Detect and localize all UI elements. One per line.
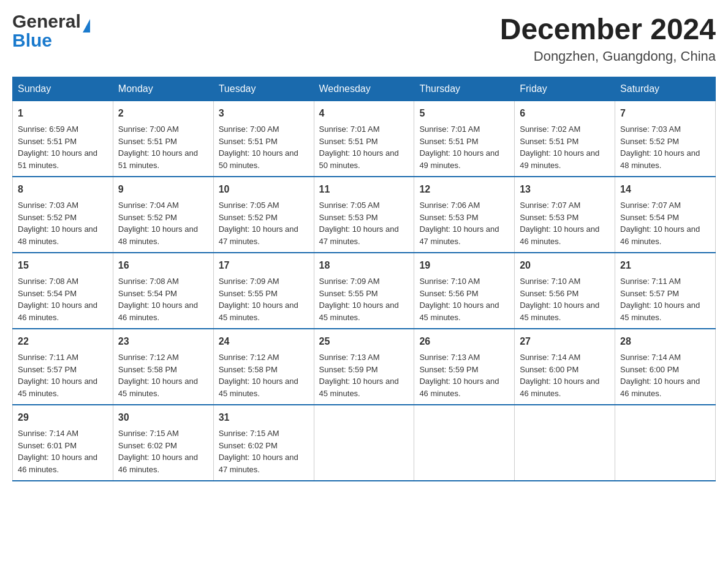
day-number: 7	[620, 106, 710, 121]
sunset-text: Sunset: 5:55 PM	[219, 288, 309, 300]
daylight-text: Daylight: 10 hours and 45 minutes.	[620, 299, 710, 323]
day-number: 12	[419, 182, 509, 197]
daylight-text: Daylight: 10 hours and 50 minutes.	[219, 147, 309, 171]
day-number: 16	[118, 258, 208, 273]
calendar-cell: 29Sunrise: 7:14 AMSunset: 6:01 PMDayligh…	[13, 405, 113, 481]
daylight-text: Daylight: 10 hours and 46 minutes.	[520, 223, 610, 247]
calendar-cell: 30Sunrise: 7:15 AMSunset: 6:02 PMDayligh…	[113, 405, 213, 481]
calendar-cell: 15Sunrise: 7:08 AMSunset: 5:54 PMDayligh…	[13, 253, 113, 329]
sunrise-text: Sunrise: 7:08 AM	[18, 275, 108, 288]
day-number: 1	[18, 106, 108, 121]
daylight-text: Daylight: 10 hours and 45 minutes.	[18, 375, 108, 399]
sunrise-text: Sunrise: 7:09 AM	[219, 275, 309, 288]
calendar-week-row: 1Sunrise: 6:59 AMSunset: 5:51 PMDaylight…	[13, 101, 716, 177]
calendar-cell: 3Sunrise: 7:00 AMSunset: 5:51 PMDaylight…	[213, 101, 314, 177]
calendar-cell	[515, 405, 615, 481]
calendar-header-wednesday: Wednesday	[314, 77, 414, 101]
sunrise-text: Sunrise: 7:13 AM	[319, 351, 409, 364]
sunrise-text: Sunrise: 7:14 AM	[520, 351, 610, 364]
sunset-text: Sunset: 5:54 PM	[118, 288, 208, 300]
sunrise-text: Sunrise: 7:06 AM	[419, 199, 509, 212]
calendar-cell: 31Sunrise: 7:15 AMSunset: 6:02 PMDayligh…	[213, 405, 314, 481]
calendar-header-saturday: Saturday	[615, 77, 716, 101]
sunset-text: Sunset: 5:51 PM	[520, 136, 610, 148]
day-number: 29	[18, 410, 108, 425]
calendar-cell: 9Sunrise: 7:04 AMSunset: 5:52 PMDaylight…	[113, 177, 213, 253]
calendar-header-monday: Monday	[113, 77, 213, 101]
day-number: 15	[18, 258, 108, 273]
day-number: 6	[520, 106, 610, 121]
daylight-text: Daylight: 10 hours and 45 minutes.	[419, 299, 509, 323]
sunrise-text: Sunrise: 7:13 AM	[419, 351, 509, 364]
daylight-text: Daylight: 10 hours and 48 minutes.	[118, 223, 208, 247]
sunset-text: Sunset: 5:59 PM	[319, 364, 409, 376]
daylight-text: Daylight: 10 hours and 47 minutes.	[319, 223, 409, 247]
logo-triangle-icon	[83, 19, 90, 33]
calendar-cell: 21Sunrise: 7:11 AMSunset: 5:57 PMDayligh…	[615, 253, 716, 329]
sunrise-text: Sunrise: 7:11 AM	[620, 275, 710, 288]
daylight-text: Daylight: 10 hours and 47 minutes.	[419, 223, 509, 247]
calendar-cell: 16Sunrise: 7:08 AMSunset: 5:54 PMDayligh…	[113, 253, 213, 329]
daylight-text: Daylight: 10 hours and 51 minutes.	[18, 147, 108, 171]
day-number: 21	[620, 258, 710, 273]
sunset-text: Sunset: 6:02 PM	[219, 440, 309, 452]
calendar-cell: 14Sunrise: 7:07 AMSunset: 5:54 PMDayligh…	[615, 177, 716, 253]
sunrise-text: Sunrise: 7:01 AM	[419, 123, 509, 136]
day-number: 10	[219, 182, 309, 197]
logo-blue-text: Blue	[12, 31, 90, 50]
calendar-header-friday: Friday	[515, 77, 615, 101]
sunset-text: Sunset: 5:52 PM	[118, 212, 208, 224]
day-number: 24	[219, 334, 309, 349]
logo-general-text: General	[12, 12, 90, 31]
sunset-text: Sunset: 5:51 PM	[219, 136, 309, 148]
calendar-cell: 12Sunrise: 7:06 AMSunset: 5:53 PMDayligh…	[414, 177, 515, 253]
calendar-header-row: SundayMondayTuesdayWednesdayThursdayFrid…	[13, 77, 716, 101]
sunset-text: Sunset: 5:54 PM	[620, 212, 710, 224]
daylight-text: Daylight: 10 hours and 46 minutes.	[620, 223, 710, 247]
day-number: 11	[319, 182, 409, 197]
sunset-text: Sunset: 5:52 PM	[18, 212, 108, 224]
sunset-text: Sunset: 5:53 PM	[319, 212, 409, 224]
calendar-table: SundayMondayTuesdayWednesdayThursdayFrid…	[12, 77, 716, 481]
calendar-cell: 27Sunrise: 7:14 AMSunset: 6:00 PMDayligh…	[515, 329, 615, 405]
calendar-cell: 11Sunrise: 7:05 AMSunset: 5:53 PMDayligh…	[314, 177, 414, 253]
day-number: 14	[620, 182, 710, 197]
location-text: Dongzhen, Guangdong, China	[500, 48, 716, 64]
sunset-text: Sunset: 5:51 PM	[118, 136, 208, 148]
day-number: 19	[419, 258, 509, 273]
sunrise-text: Sunrise: 7:15 AM	[219, 427, 309, 440]
calendar-week-row: 15Sunrise: 7:08 AMSunset: 5:54 PMDayligh…	[13, 253, 716, 329]
daylight-text: Daylight: 10 hours and 51 minutes.	[118, 147, 208, 171]
daylight-text: Daylight: 10 hours and 45 minutes.	[319, 375, 409, 399]
calendar-header-thursday: Thursday	[414, 77, 515, 101]
sunrise-text: Sunrise: 7:00 AM	[219, 123, 309, 136]
day-number: 20	[520, 258, 610, 273]
calendar-cell: 25Sunrise: 7:13 AMSunset: 5:59 PMDayligh…	[314, 329, 414, 405]
day-number: 2	[118, 106, 208, 121]
sunrise-text: Sunrise: 7:02 AM	[520, 123, 610, 136]
sunrise-text: Sunrise: 7:14 AM	[620, 351, 710, 364]
calendar-cell: 18Sunrise: 7:09 AMSunset: 5:55 PMDayligh…	[314, 253, 414, 329]
daylight-text: Daylight: 10 hours and 46 minutes.	[18, 299, 108, 323]
daylight-text: Daylight: 10 hours and 46 minutes.	[18, 451, 108, 475]
calendar-cell: 2Sunrise: 7:00 AMSunset: 5:51 PMDaylight…	[113, 101, 213, 177]
sunrise-text: Sunrise: 7:10 AM	[520, 275, 610, 288]
sunrise-text: Sunrise: 7:04 AM	[118, 199, 208, 212]
sunset-text: Sunset: 6:02 PM	[118, 440, 208, 452]
logo: General Blue	[12, 12, 90, 50]
day-number: 17	[219, 258, 309, 273]
sunrise-text: Sunrise: 7:03 AM	[18, 199, 108, 212]
sunrise-text: Sunrise: 7:15 AM	[118, 427, 208, 440]
day-number: 3	[219, 106, 309, 121]
sunrise-text: Sunrise: 7:08 AM	[118, 275, 208, 288]
sunrise-text: Sunrise: 7:14 AM	[18, 427, 108, 440]
daylight-text: Daylight: 10 hours and 46 minutes.	[520, 375, 610, 399]
calendar-cell: 24Sunrise: 7:12 AMSunset: 5:58 PMDayligh…	[213, 329, 314, 405]
calendar-header-tuesday: Tuesday	[213, 77, 314, 101]
sunset-text: Sunset: 5:57 PM	[18, 364, 108, 376]
day-number: 4	[319, 106, 409, 121]
calendar-cell	[314, 405, 414, 481]
sunset-text: Sunset: 5:56 PM	[520, 288, 610, 300]
sunset-text: Sunset: 5:51 PM	[18, 136, 108, 148]
sunset-text: Sunset: 6:01 PM	[18, 440, 108, 452]
